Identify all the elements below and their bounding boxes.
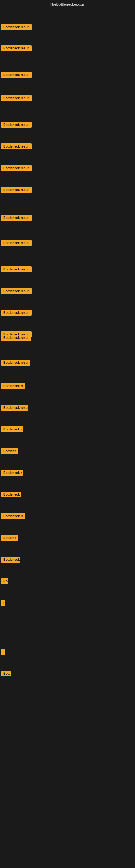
bottleneck-badge[interactable]: Bo — [1, 578, 8, 584]
bottleneck-badge[interactable]: · — [1, 649, 5, 655]
result-row: Bottleneck re — [1, 513, 25, 520]
bottleneck-badge[interactable]: Bottlene — [1, 535, 18, 541]
bottleneck-badge[interactable]: Bottleneck result — [1, 240, 32, 246]
result-row: Bottleneck result — [1, 267, 32, 273]
result-row: · — [1, 649, 5, 656]
result-row: Bottleneck result — [1, 45, 32, 52]
result-row: Bottleneck result — [1, 165, 32, 172]
bottleneck-badge[interactable]: Bott — [1, 671, 11, 677]
result-row: Bo — [1, 578, 8, 585]
bottleneck-badge[interactable]: Bottleneck re — [1, 383, 26, 389]
bottleneck-badge[interactable]: Bottleneck result — [1, 144, 32, 150]
bottleneck-badge[interactable]: Bottleneck result — [1, 24, 32, 30]
result-row: B — [1, 600, 5, 607]
results-container: Bottleneck resultBottleneck resultBottle… — [0, 9, 135, 868]
bottleneck-badge[interactable]: Bottleneck — [1, 557, 20, 563]
result-row: Bott — [1, 671, 11, 678]
bottleneck-badge[interactable]: Bottleneck result — [1, 72, 32, 78]
result-row: Bottleneck result — [1, 360, 30, 367]
bottleneck-badge[interactable]: Bottleneck result — [1, 360, 30, 366]
result-row: Bottleneck result — [1, 72, 32, 79]
bottleneck-badge[interactable]: Bottleneck result — [1, 335, 31, 341]
bottleneck-badge[interactable]: Bottleneck result — [1, 310, 32, 316]
bottleneck-badge[interactable]: Bottleneck result — [1, 95, 32, 101]
result-row: Bottleneck result — [1, 288, 32, 295]
result-row: Bottleneck — [1, 557, 20, 564]
bottleneck-badge[interactable]: B — [1, 600, 5, 606]
result-row: Bottleneck result — [1, 187, 32, 194]
result-row: Bottleneck result — [1, 24, 32, 31]
result-row: Bottleneck re — [1, 383, 26, 390]
result-row: Bottleneck r — [1, 426, 23, 433]
result-row: Bottleneck result — [1, 310, 32, 317]
bottleneck-badge[interactable]: Bottleneck result — [1, 122, 32, 128]
bottleneck-badge[interactable]: Bottleneck result — [1, 288, 32, 294]
bottleneck-badge[interactable]: Bottlene — [1, 448, 18, 454]
result-row: Bottleneck result — [1, 405, 28, 412]
site-header: TheBottlenecker.com — [0, 0, 135, 9]
result-row: Bottleneck result — [1, 95, 32, 102]
result-row: Bottlene — [1, 448, 18, 455]
result-row: Bottleneck result — [1, 144, 32, 151]
bottleneck-badge[interactable]: Bottleneck result — [1, 215, 32, 221]
bottleneck-badge[interactable]: Bottleneck result — [1, 187, 32, 193]
bottleneck-badge[interactable]: Bottleneck — [1, 492, 21, 497]
bottleneck-badge[interactable]: Bottleneck result — [1, 405, 28, 411]
result-row: Bottleneck — [1, 492, 21, 499]
bottleneck-badge[interactable]: Bottleneck r — [1, 470, 23, 476]
result-row: Bottleneck result — [1, 335, 31, 342]
result-row: Bottleneck result — [1, 240, 32, 247]
bottleneck-badge[interactable]: Bottleneck re — [1, 513, 25, 519]
result-row: Bottleneck r — [1, 470, 23, 477]
bottleneck-badge[interactable]: Bottleneck result — [1, 267, 32, 272]
bottleneck-badge[interactable]: Bottleneck result — [1, 45, 32, 51]
bottleneck-badge[interactable]: Bottleneck result — [1, 165, 32, 171]
result-row: Bottleneck result — [1, 215, 32, 222]
bottleneck-badge[interactable]: Bottleneck r — [1, 426, 23, 432]
result-row: Bottleneck result — [1, 122, 32, 129]
result-row: Bottlene — [1, 535, 18, 542]
